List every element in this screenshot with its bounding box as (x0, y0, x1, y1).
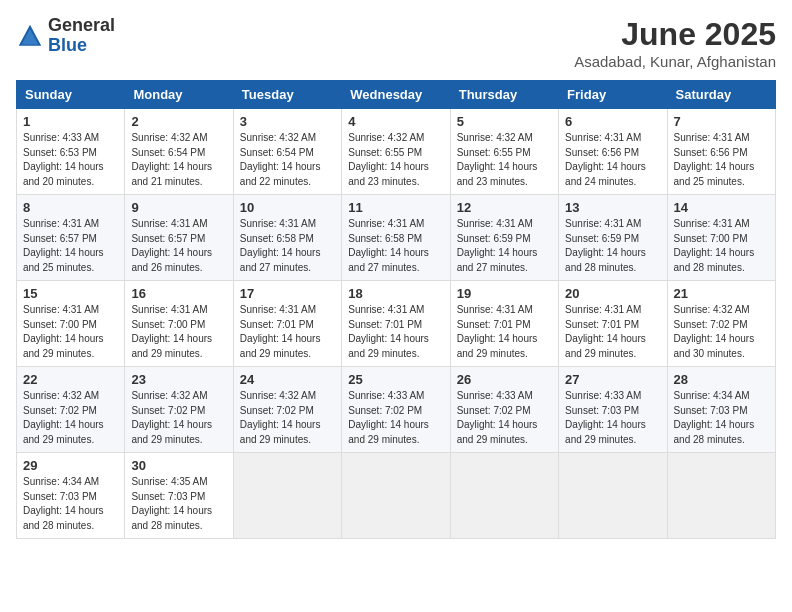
day-number: 16 (131, 286, 226, 301)
header-tuesday: Tuesday (233, 81, 341, 109)
page-header: General Blue June 2025 Asadabad, Kunar, … (16, 16, 776, 70)
day-info: Sunrise: 4:32 AMSunset: 6:54 PMDaylight:… (240, 131, 335, 189)
day-number: 20 (565, 286, 660, 301)
day-number: 9 (131, 200, 226, 215)
day-info: Sunrise: 4:33 AMSunset: 6:53 PMDaylight:… (23, 131, 118, 189)
day-number: 12 (457, 200, 552, 215)
day-number: 5 (457, 114, 552, 129)
day-number: 11 (348, 200, 443, 215)
day-number: 26 (457, 372, 552, 387)
calendar-week-row: 22Sunrise: 4:32 AMSunset: 7:02 PMDayligh… (17, 367, 776, 453)
day-number: 27 (565, 372, 660, 387)
logo-icon (16, 22, 44, 50)
day-number: 17 (240, 286, 335, 301)
calendar-cell: 13Sunrise: 4:31 AMSunset: 6:59 PMDayligh… (559, 195, 667, 281)
calendar-cell: 20Sunrise: 4:31 AMSunset: 7:01 PMDayligh… (559, 281, 667, 367)
calendar-cell: 17Sunrise: 4:31 AMSunset: 7:01 PMDayligh… (233, 281, 341, 367)
calendar-cell: 4Sunrise: 4:32 AMSunset: 6:55 PMDaylight… (342, 109, 450, 195)
day-info: Sunrise: 4:32 AMSunset: 6:55 PMDaylight:… (457, 131, 552, 189)
day-number: 19 (457, 286, 552, 301)
calendar-cell: 11Sunrise: 4:31 AMSunset: 6:58 PMDayligh… (342, 195, 450, 281)
calendar-cell: 22Sunrise: 4:32 AMSunset: 7:02 PMDayligh… (17, 367, 125, 453)
calendar-header-row: SundayMondayTuesdayWednesdayThursdayFrid… (17, 81, 776, 109)
day-number: 14 (674, 200, 769, 215)
calendar-cell (667, 453, 775, 539)
calendar-cell: 6Sunrise: 4:31 AMSunset: 6:56 PMDaylight… (559, 109, 667, 195)
day-number: 29 (23, 458, 118, 473)
calendar-cell: 21Sunrise: 4:32 AMSunset: 7:02 PMDayligh… (667, 281, 775, 367)
location-subtitle: Asadabad, Kunar, Afghanistan (574, 53, 776, 70)
header-wednesday: Wednesday (342, 81, 450, 109)
calendar-cell: 14Sunrise: 4:31 AMSunset: 7:00 PMDayligh… (667, 195, 775, 281)
day-number: 22 (23, 372, 118, 387)
calendar-cell: 3Sunrise: 4:32 AMSunset: 6:54 PMDaylight… (233, 109, 341, 195)
day-info: Sunrise: 4:32 AMSunset: 7:02 PMDaylight:… (240, 389, 335, 447)
day-number: 23 (131, 372, 226, 387)
day-info: Sunrise: 4:31 AMSunset: 6:57 PMDaylight:… (131, 217, 226, 275)
calendar-table: SundayMondayTuesdayWednesdayThursdayFrid… (16, 80, 776, 539)
calendar-week-row: 15Sunrise: 4:31 AMSunset: 7:00 PMDayligh… (17, 281, 776, 367)
calendar-cell: 1Sunrise: 4:33 AMSunset: 6:53 PMDaylight… (17, 109, 125, 195)
day-number: 6 (565, 114, 660, 129)
calendar-cell: 18Sunrise: 4:31 AMSunset: 7:01 PMDayligh… (342, 281, 450, 367)
day-info: Sunrise: 4:32 AMSunset: 7:02 PMDaylight:… (131, 389, 226, 447)
calendar-cell: 30Sunrise: 4:35 AMSunset: 7:03 PMDayligh… (125, 453, 233, 539)
day-number: 15 (23, 286, 118, 301)
day-info: Sunrise: 4:35 AMSunset: 7:03 PMDaylight:… (131, 475, 226, 533)
day-info: Sunrise: 4:31 AMSunset: 7:00 PMDaylight:… (674, 217, 769, 275)
calendar-cell (342, 453, 450, 539)
day-number: 24 (240, 372, 335, 387)
day-info: Sunrise: 4:31 AMSunset: 7:01 PMDaylight:… (565, 303, 660, 361)
day-info: Sunrise: 4:34 AMSunset: 7:03 PMDaylight:… (674, 389, 769, 447)
calendar-cell: 26Sunrise: 4:33 AMSunset: 7:02 PMDayligh… (450, 367, 558, 453)
day-info: Sunrise: 4:33 AMSunset: 7:02 PMDaylight:… (457, 389, 552, 447)
calendar-week-row: 29Sunrise: 4:34 AMSunset: 7:03 PMDayligh… (17, 453, 776, 539)
calendar-week-row: 1Sunrise: 4:33 AMSunset: 6:53 PMDaylight… (17, 109, 776, 195)
calendar-cell: 24Sunrise: 4:32 AMSunset: 7:02 PMDayligh… (233, 367, 341, 453)
header-monday: Monday (125, 81, 233, 109)
day-info: Sunrise: 4:31 AMSunset: 7:01 PMDaylight:… (348, 303, 443, 361)
calendar-cell: 7Sunrise: 4:31 AMSunset: 6:56 PMDaylight… (667, 109, 775, 195)
day-info: Sunrise: 4:31 AMSunset: 6:56 PMDaylight:… (674, 131, 769, 189)
header-friday: Friday (559, 81, 667, 109)
day-number: 18 (348, 286, 443, 301)
day-number: 10 (240, 200, 335, 215)
calendar-cell: 10Sunrise: 4:31 AMSunset: 6:58 PMDayligh… (233, 195, 341, 281)
day-number: 1 (23, 114, 118, 129)
header-thursday: Thursday (450, 81, 558, 109)
calendar-cell: 29Sunrise: 4:34 AMSunset: 7:03 PMDayligh… (17, 453, 125, 539)
day-number: 7 (674, 114, 769, 129)
calendar-cell: 5Sunrise: 4:32 AMSunset: 6:55 PMDaylight… (450, 109, 558, 195)
day-info: Sunrise: 4:32 AMSunset: 6:55 PMDaylight:… (348, 131, 443, 189)
day-info: Sunrise: 4:31 AMSunset: 6:58 PMDaylight:… (240, 217, 335, 275)
calendar-cell: 27Sunrise: 4:33 AMSunset: 7:03 PMDayligh… (559, 367, 667, 453)
day-info: Sunrise: 4:33 AMSunset: 7:03 PMDaylight:… (565, 389, 660, 447)
day-number: 4 (348, 114, 443, 129)
day-info: Sunrise: 4:31 AMSunset: 6:57 PMDaylight:… (23, 217, 118, 275)
day-info: Sunrise: 4:34 AMSunset: 7:03 PMDaylight:… (23, 475, 118, 533)
header-sunday: Sunday (17, 81, 125, 109)
calendar-cell: 12Sunrise: 4:31 AMSunset: 6:59 PMDayligh… (450, 195, 558, 281)
day-info: Sunrise: 4:31 AMSunset: 6:58 PMDaylight:… (348, 217, 443, 275)
calendar-cell: 16Sunrise: 4:31 AMSunset: 7:00 PMDayligh… (125, 281, 233, 367)
calendar-cell (559, 453, 667, 539)
month-year-title: June 2025 (574, 16, 776, 53)
day-number: 2 (131, 114, 226, 129)
calendar-cell: 2Sunrise: 4:32 AMSunset: 6:54 PMDaylight… (125, 109, 233, 195)
logo: General Blue (16, 16, 115, 56)
calendar-cell: 25Sunrise: 4:33 AMSunset: 7:02 PMDayligh… (342, 367, 450, 453)
logo-general-text: General (48, 16, 115, 36)
day-number: 21 (674, 286, 769, 301)
day-info: Sunrise: 4:33 AMSunset: 7:02 PMDaylight:… (348, 389, 443, 447)
calendar-cell (233, 453, 341, 539)
day-info: Sunrise: 4:31 AMSunset: 6:59 PMDaylight:… (565, 217, 660, 275)
calendar-cell: 23Sunrise: 4:32 AMSunset: 7:02 PMDayligh… (125, 367, 233, 453)
day-info: Sunrise: 4:31 AMSunset: 7:00 PMDaylight:… (131, 303, 226, 361)
calendar-cell: 19Sunrise: 4:31 AMSunset: 7:01 PMDayligh… (450, 281, 558, 367)
calendar-cell: 9Sunrise: 4:31 AMSunset: 6:57 PMDaylight… (125, 195, 233, 281)
day-info: Sunrise: 4:31 AMSunset: 6:56 PMDaylight:… (565, 131, 660, 189)
day-info: Sunrise: 4:32 AMSunset: 7:02 PMDaylight:… (674, 303, 769, 361)
day-info: Sunrise: 4:31 AMSunset: 7:00 PMDaylight:… (23, 303, 118, 361)
day-info: Sunrise: 4:31 AMSunset: 6:59 PMDaylight:… (457, 217, 552, 275)
day-number: 30 (131, 458, 226, 473)
